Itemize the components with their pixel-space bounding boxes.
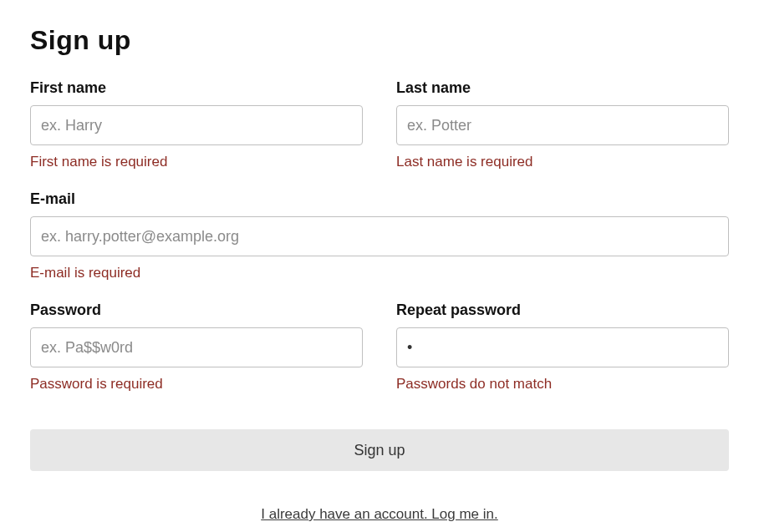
email-field: E-mail E-mail is required: [30, 190, 729, 281]
password-field: Password Password is required: [30, 301, 363, 393]
last-name-input[interactable]: [396, 105, 729, 145]
repeat-password-input[interactable]: [396, 327, 729, 367]
first-name-label: First name: [30, 79, 363, 97]
first-name-input[interactable]: [30, 105, 363, 145]
first-name-field: First name First name is required: [30, 79, 363, 170]
password-input[interactable]: [30, 327, 363, 367]
repeat-password-error: Passwords do not match: [396, 376, 729, 393]
repeat-password-field: Repeat password Passwords do not match: [396, 301, 729, 393]
signup-form: First name First name is required Last n…: [30, 79, 729, 523]
password-label: Password: [30, 301, 363, 319]
email-label: E-mail: [30, 190, 729, 208]
last-name-field: Last name Last name is required: [396, 79, 729, 170]
email-error: E-mail is required: [30, 265, 729, 281]
login-link[interactable]: I already have an account. Log me in.: [261, 506, 498, 522]
first-name-error: First name is required: [30, 154, 363, 170]
repeat-password-label: Repeat password: [396, 301, 729, 319]
last-name-label: Last name: [396, 79, 729, 97]
signup-button[interactable]: Sign up: [30, 429, 729, 471]
page-title: Sign up: [30, 25, 729, 56]
email-input[interactable]: [30, 216, 729, 256]
password-error: Password is required: [30, 376, 363, 393]
login-link-wrap: I already have an account. Log me in.: [30, 506, 729, 523]
last-name-error: Last name is required: [396, 154, 729, 170]
